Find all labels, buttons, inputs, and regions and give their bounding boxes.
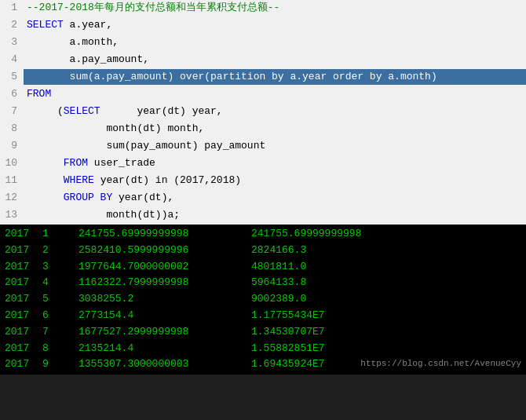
table-row: 201762773154.41.17755434E7	[5, 308, 521, 324]
line-content: FROM	[24, 86, 526, 102]
month-cell: 2	[42, 243, 71, 259]
table-row: 201741162322.79999999985964133.8	[5, 275, 521, 291]
line-content: sum(pay_amount) pay_amount	[24, 138, 526, 154]
line-number: 1	[0, 0, 24, 16]
line-content: WHERE year(dt) in (2017,2018)	[24, 173, 526, 188]
table-row: 201753038255.29002389.0	[5, 291, 521, 308]
year-cell: 2017	[5, 356, 42, 373]
results-table: 20171241755.69999999998241755.6999999999…	[0, 225, 526, 374]
line-number: 7	[0, 104, 24, 119]
code-line-11: 11 WHERE year(dt) in (2017,2018)	[0, 173, 526, 190]
month-cell: 3	[42, 259, 71, 276]
year-cell: 2017	[5, 324, 42, 341]
value1-cell: 2135214.4	[71, 341, 243, 357]
value1-cell: 1677527.2999999998	[71, 324, 243, 341]
line-number: 2	[0, 17, 24, 33]
month-cell: 6	[42, 308, 71, 324]
value1-cell: 3038255.2	[71, 291, 243, 308]
value1-cell: 1162322.7999999998	[71, 275, 243, 291]
code-line-10: 10 FROM user_trade	[0, 155, 526, 173]
value2-cell: 4801811.0	[243, 259, 400, 276]
code-line-8: 8 month(dt) month,	[0, 121, 526, 138]
results-wrapper: 20171241755.69999999998241755.6999999999…	[0, 225, 526, 374]
value2-cell: 1.55882851E7	[243, 341, 400, 357]
code-line-1: 1--2017-2018年每月的支付总额和当年累积支付总额--	[0, 0, 526, 17]
month-cell: 4	[42, 275, 71, 291]
value1-cell: 2582410.5999999996	[71, 243, 243, 259]
code-line-6: 6FROM	[0, 86, 526, 104]
month-cell: 7	[42, 324, 71, 341]
line-content: sum(a.pay_amount) over(partition by a.ye…	[24, 69, 526, 85]
code-line-2: 2SELECT a.year,	[0, 17, 526, 35]
line-number: 3	[0, 35, 24, 50]
line-content: a.pay_amount,	[24, 52, 526, 68]
code-line-5: 5 sum(a.pay_amount) over(partition by a.…	[0, 69, 526, 86]
line-content: GROUP BY year(dt),	[24, 190, 526, 206]
line-number: 6	[0, 86, 24, 102]
line-number: 12	[0, 190, 24, 206]
code-line-12: 12 GROUP BY year(dt),	[0, 190, 526, 207]
line-content: (SELECT year(dt) year,	[24, 104, 526, 119]
table-row: 201731977644.70000000024801811.0	[5, 259, 521, 276]
value2-cell: 241755.69999999998	[243, 226, 400, 243]
year-cell: 2017	[5, 259, 42, 276]
line-number: 10	[0, 155, 24, 171]
year-cell: 2017	[5, 243, 42, 259]
value2-cell: 1.17755434E7	[243, 308, 400, 324]
value2-cell: 9002389.0	[243, 291, 400, 308]
line-number: 5	[0, 69, 24, 85]
line-number: 11	[0, 173, 24, 188]
value2-cell: 1.34530707E7	[243, 324, 400, 341]
code-editor: 1--2017-2018年每月的支付总额和当年累积支付总额--2SELECT a…	[0, 0, 526, 225]
code-line-3: 3 a.month,	[0, 35, 526, 52]
month-cell: 8	[42, 341, 71, 357]
line-number: 8	[0, 121, 24, 137]
year-cell: 2017	[5, 341, 42, 357]
table-row: 201771677527.29999999981.34530707E7	[5, 324, 521, 341]
code-line-7: 7 (SELECT year(dt) year,	[0, 104, 526, 121]
table-row: 20171241755.69999999998241755.6999999999…	[5, 226, 521, 243]
line-content: FROM user_trade	[24, 155, 526, 171]
value1-cell: 1355307.3000000003	[71, 356, 243, 373]
value1-cell: 2773154.4	[71, 308, 243, 324]
line-content: a.month,	[24, 35, 526, 50]
year-cell: 2017	[5, 308, 42, 324]
year-cell: 2017	[5, 275, 42, 291]
code-line-4: 4 a.pay_amount,	[0, 52, 526, 69]
line-content: month(dt))a;	[24, 207, 526, 223]
line-number: 9	[0, 138, 24, 154]
table-row: 201782135214.41.55882851E7	[5, 341, 521, 357]
line-content: --2017-2018年每月的支付总额和当年累积支付总额--	[24, 0, 526, 16]
line-content: month(dt) month,	[24, 121, 526, 137]
month-cell: 9	[42, 356, 71, 373]
value2-cell: 2824166.3	[243, 243, 400, 259]
month-cell: 1	[42, 226, 71, 243]
value2-cell: 5964133.8	[243, 275, 400, 291]
value1-cell: 241755.69999999998	[71, 226, 243, 243]
month-cell: 5	[42, 291, 71, 308]
year-cell: 2017	[5, 226, 42, 243]
line-number: 13	[0, 207, 24, 223]
code-line-9: 9 sum(pay_amount) pay_amount	[0, 138, 526, 155]
value1-cell: 1977644.7000000002	[71, 259, 243, 276]
line-number: 4	[0, 52, 24, 68]
line-content: SELECT a.year,	[24, 17, 526, 33]
table-row: 201722582410.59999999962824166.3	[5, 243, 521, 259]
year-cell: 2017	[5, 291, 42, 308]
watermark: https://blog.csdn.net/AvenueCyy	[360, 359, 521, 368]
code-line-13: 13 month(dt))a;	[0, 207, 526, 225]
